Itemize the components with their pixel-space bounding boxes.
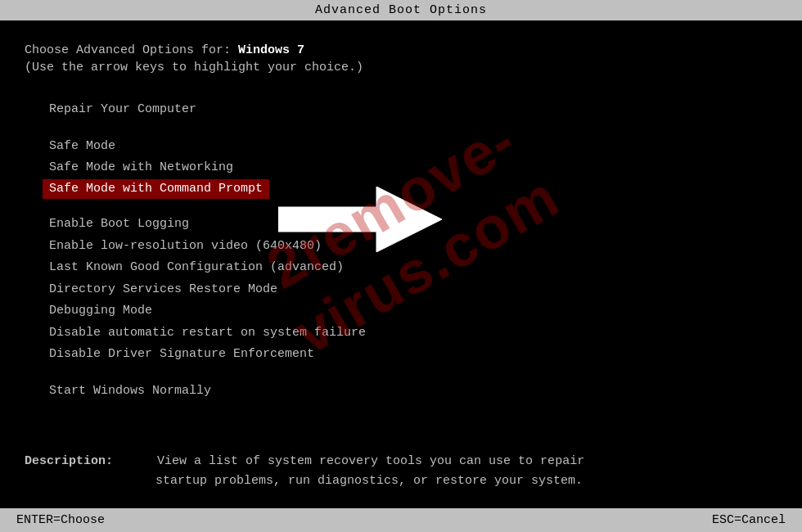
- menu-disable-restart[interactable]: Disable automatic restart on system fail…: [25, 322, 777, 345]
- header-line1: Choose Advanced Options for: Windows 7: [25, 43, 777, 57]
- header-prefix: Choose Advanced Options for:: [25, 43, 238, 57]
- menu-directory-services[interactable]: Directory Services Restore Mode: [25, 279, 777, 301]
- menu-safe-mode-networking[interactable]: Safe Mode with Networking: [25, 157, 777, 179]
- bottom-bar: ENTER=Choose ESC=Cancel: [0, 508, 802, 532]
- menu-safe-mode-cmd[interactable]: Safe Mode with Command Prompt: [43, 179, 269, 200]
- menu-debugging[interactable]: Debugging Mode: [25, 300, 777, 322]
- menu-enable-low-res[interactable]: Enable low-resolution video (640x480): [25, 236, 777, 258]
- description-line2: startup problems, run diagnostics, or re…: [25, 474, 583, 488]
- menu-enable-boot-logging[interactable]: Enable Boot Logging: [25, 214, 777, 236]
- menu-safe-mode[interactable]: Safe Mode: [25, 136, 777, 158]
- menu-start-normally[interactable]: Start Windows Normally: [25, 381, 777, 403]
- enter-label: ENTER=Choose: [16, 513, 105, 527]
- description-label: Description:: [25, 454, 113, 468]
- esc-label: ESC=Cancel: [712, 513, 786, 527]
- safe-modes-group: Safe Mode Safe Mode with Networking Safe…: [25, 136, 777, 200]
- menu-last-known[interactable]: Last Known Good Configuration (advanced): [25, 257, 777, 279]
- title-bar: Advanced Boot Options: [0, 0, 802, 20]
- menu-repair[interactable]: Repair Your Computer: [25, 99, 777, 121]
- menu-disable-driver[interactable]: Disable Driver Signature Enforcement: [25, 344, 777, 366]
- main-content: Choose Advanced Options for: Windows 7 (…: [0, 20, 802, 402]
- header-line2: (Use the arrow keys to highlight your ch…: [25, 61, 777, 74]
- description-line1: View a list of system recovery tools you…: [157, 454, 584, 468]
- start-section: Start Windows Normally: [25, 381, 777, 403]
- description-area: Description: View a list of system recov…: [25, 452, 777, 491]
- options-group: Enable Boot Logging Enable low-resolutio…: [25, 214, 777, 366]
- header-os: Windows 7: [238, 43, 304, 57]
- title-text: Advanced Boot Options: [315, 3, 487, 17]
